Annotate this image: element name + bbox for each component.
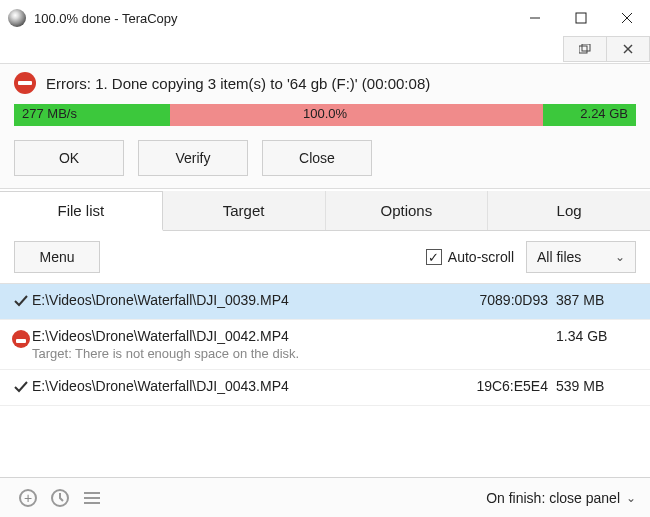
check-icon [10, 292, 32, 311]
history-button[interactable] [46, 484, 74, 512]
error-icon [14, 72, 36, 94]
window-title: 100.0% done - TeraCopy [34, 11, 512, 26]
progress-total: 2.24 GB [580, 106, 628, 121]
error-icon [10, 328, 32, 348]
close-window-button[interactable] [604, 0, 650, 36]
panel-close-button[interactable] [606, 36, 650, 62]
app-icon [8, 9, 26, 27]
auto-scroll-label: Auto-scroll [448, 249, 514, 265]
check-icon [10, 378, 32, 397]
status-line: Errors: 1. Done copying 3 item(s) to '64… [14, 72, 636, 94]
file-path: E:\Videos\Drone\Waterfall\DJI_0042.MP4 [32, 328, 456, 344]
check-icon: ✓ [426, 249, 442, 265]
filter-select[interactable]: All files ⌄ [526, 241, 636, 273]
menu-icon-button[interactable] [78, 484, 106, 512]
file-size: 1.34 GB [556, 328, 636, 344]
file-row[interactable]: E:\Videos\Drone\Waterfall\DJI_0039.MP470… [0, 284, 650, 320]
progress-percent: 100.0% [303, 106, 347, 121]
tab-bar: File list Target Options Log [0, 191, 650, 231]
tab-target[interactable]: Target [163, 191, 326, 230]
progress-speed: 277 MB/s [22, 106, 77, 121]
tab-options[interactable]: Options [326, 191, 489, 230]
file-row[interactable]: E:\Videos\Drone\Waterfall\DJI_0042.MP4Ta… [0, 320, 650, 370]
file-row[interactable]: E:\Videos\Drone\Waterfall\DJI_0043.MP419… [0, 370, 650, 406]
svg-rect-5 [582, 44, 590, 51]
svg-rect-4 [579, 46, 587, 53]
tab-log[interactable]: Log [488, 191, 650, 230]
title-bar: 100.0% done - TeraCopy [0, 0, 650, 36]
minimize-button[interactable] [512, 0, 558, 36]
action-buttons: OK Verify Close [14, 140, 636, 176]
auto-scroll-checkbox[interactable]: ✓ Auto-scroll [426, 249, 514, 265]
menu-button[interactable]: Menu [14, 241, 100, 273]
chevron-down-icon: ⌄ [626, 491, 636, 505]
on-finish-label[interactable]: On finish: close panel [486, 490, 620, 506]
popout-button[interactable] [563, 36, 607, 62]
filter-label: All files [537, 249, 581, 265]
ok-button[interactable]: OK [14, 140, 124, 176]
file-hash: 7089:0D93 [456, 292, 556, 308]
status-text: Errors: 1. Done copying 3 item(s) to '64… [46, 75, 430, 92]
file-path: E:\Videos\Drone\Waterfall\DJI_0043.MP4 [32, 378, 456, 394]
file-path-col: E:\Videos\Drone\Waterfall\DJI_0042.MP4Ta… [32, 328, 456, 361]
file-size: 539 MB [556, 378, 636, 394]
status-area: Errors: 1. Done copying 3 item(s) to '64… [0, 64, 650, 189]
hamburger-icon [84, 492, 100, 504]
verify-button[interactable]: Verify [138, 140, 248, 176]
file-error-text: Target: There is not enough space on the… [32, 346, 456, 361]
file-path: E:\Videos\Drone\Waterfall\DJI_0039.MP4 [32, 292, 456, 308]
tab-file-list[interactable]: File list [0, 191, 163, 231]
close-button[interactable]: Close [262, 140, 372, 176]
file-path-col: E:\Videos\Drone\Waterfall\DJI_0039.MP4 [32, 292, 456, 308]
chevron-down-icon: ⌄ [615, 250, 625, 264]
file-hash: 19C6:E5E4 [456, 378, 556, 394]
file-path-col: E:\Videos\Drone\Waterfall\DJI_0043.MP4 [32, 378, 456, 394]
maximize-button[interactable] [558, 0, 604, 36]
file-list: E:\Videos\Drone\Waterfall\DJI_0039.MP470… [0, 284, 650, 406]
file-list-toolbar: Menu ✓ Auto-scroll All files ⌄ [0, 231, 650, 284]
add-button[interactable]: + [14, 484, 42, 512]
progress-bar: 277 MB/s 100.0% 2.24 GB [14, 104, 636, 126]
file-size: 387 MB [556, 292, 636, 308]
secondary-controls [0, 36, 650, 64]
bottom-bar: + On finish: close panel ⌄ [0, 477, 650, 517]
svg-rect-1 [576, 13, 586, 23]
